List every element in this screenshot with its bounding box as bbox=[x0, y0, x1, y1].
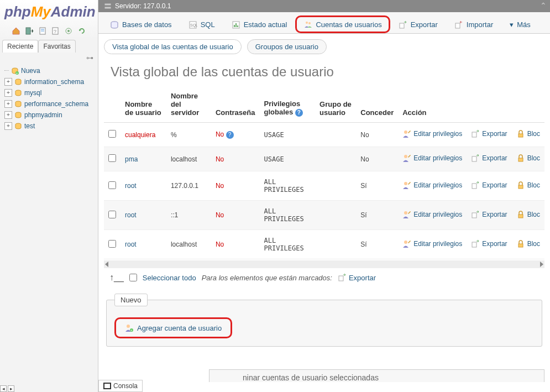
subtab-groups[interactable]: Groupos de usuario bbox=[247, 39, 327, 54]
export-user-link[interactable]: Exportar bbox=[471, 154, 507, 163]
lock-user-link[interactable]: Bloc bbox=[516, 210, 540, 219]
group-cell bbox=[315, 147, 356, 171]
row-checkbox[interactable] bbox=[108, 181, 116, 189]
user-link[interactable]: pma bbox=[125, 155, 138, 163]
help-icon[interactable]: ? bbox=[226, 131, 234, 139]
new-user-fieldset: Nuevo + Agregar cuenta de usuario bbox=[106, 294, 542, 347]
tree-db[interactable]: + test bbox=[4, 121, 93, 132]
collapse-icon[interactable]: ⌃ bbox=[540, 1, 547, 10]
grant-cell: Sí bbox=[356, 230, 398, 259]
server-bar: Servidor: 127.0.0.1 ⌃ bbox=[98, 0, 550, 12]
settings-icon[interactable] bbox=[64, 27, 73, 35]
console-tab[interactable]: Consola bbox=[98, 380, 143, 392]
export-user-link[interactable]: Exportar bbox=[471, 239, 507, 248]
expand-icon[interactable]: + bbox=[4, 111, 12, 119]
lock-user-link[interactable]: Bloc bbox=[516, 181, 540, 190]
export-icon bbox=[471, 181, 480, 190]
svg-point-38 bbox=[404, 211, 407, 215]
tree-db[interactable]: + performance_schema bbox=[4, 98, 93, 109]
table-row: root::1NoALL PRIVILEGESSíEditar privileg… bbox=[104, 201, 544, 230]
db-icon bbox=[14, 111, 22, 119]
tab-export[interactable]: Exportar bbox=[390, 15, 446, 33]
help-icon[interactable]: ? bbox=[295, 109, 303, 117]
tree-db[interactable]: + mysql bbox=[4, 87, 93, 98]
tab-more[interactable]: ▾ Más bbox=[501, 15, 539, 33]
db-icon bbox=[14, 100, 22, 108]
logout-icon[interactable] bbox=[25, 27, 34, 35]
user-edit-icon bbox=[402, 181, 411, 190]
tree-db[interactable]: + phpmyadmin bbox=[4, 109, 93, 121]
nav-left-icon[interactable]: ◂ bbox=[0, 385, 7, 392]
expand-icon[interactable]: + bbox=[4, 122, 12, 130]
export-user-link[interactable]: Exportar bbox=[471, 129, 507, 138]
user-edit-icon bbox=[402, 210, 411, 219]
subtab-overview[interactable]: Vista global de las cuentas de usuario bbox=[104, 39, 242, 54]
user-edit-icon bbox=[402, 154, 411, 163]
tab-sql[interactable]: SQL SQL bbox=[180, 15, 223, 33]
user-link[interactable]: root bbox=[125, 182, 137, 190]
export-user-link[interactable]: Exportar bbox=[471, 210, 507, 219]
col-group: Grupo de usuario bbox=[315, 86, 356, 123]
lock-icon bbox=[516, 154, 525, 163]
col-priv: Privilegios globales ? bbox=[259, 86, 315, 123]
row-checkbox[interactable] bbox=[108, 240, 116, 248]
docs-icon[interactable] bbox=[38, 27, 47, 35]
reload-icon[interactable] bbox=[77, 27, 86, 35]
nav-right-icon[interactable]: ▸ bbox=[8, 385, 14, 392]
tab-users[interactable]: Cuentas de usuarios bbox=[295, 15, 390, 33]
tree-db[interactable]: + information_schema bbox=[4, 76, 93, 87]
row-checkbox[interactable] bbox=[108, 130, 116, 138]
expand-icon[interactable]: + bbox=[4, 78, 12, 86]
row-checkbox[interactable] bbox=[108, 211, 116, 218]
col-password: Contraseña bbox=[211, 86, 260, 123]
sub-tabs: Vista global de las cuentas de usuario G… bbox=[98, 34, 550, 54]
logo[interactable]: phpMyAdmin bbox=[0, 0, 98, 24]
home-icon[interactable] bbox=[12, 27, 20, 35]
export-user-link[interactable]: Exportar bbox=[471, 181, 507, 190]
row-checkbox[interactable] bbox=[108, 154, 116, 162]
horizontal-scrollbar[interactable] bbox=[104, 260, 544, 268]
export-icon bbox=[399, 20, 407, 29]
expand-icon[interactable]: + bbox=[4, 100, 12, 108]
sql-help-icon[interactable]: ? bbox=[51, 27, 60, 35]
lock-user-link[interactable]: Bloc bbox=[516, 239, 540, 248]
svg-text:+: + bbox=[16, 71, 18, 75]
select-all-checkbox[interactable] bbox=[129, 274, 137, 281]
expand-icon[interactable]: + bbox=[4, 89, 12, 97]
export-icon bbox=[471, 129, 480, 138]
group-cell bbox=[315, 201, 356, 230]
bulk-export[interactable]: Exportar bbox=[338, 273, 376, 282]
edit-privileges-link[interactable]: Editar privilegios bbox=[402, 210, 462, 219]
arrow-up-icon: ↑__ bbox=[109, 273, 124, 283]
table-row: root127.0.0.1NoALL PRIVILEGESSíEditar pr… bbox=[104, 171, 544, 201]
tab-favorites[interactable]: Favoritas bbox=[38, 40, 75, 53]
svg-rect-28 bbox=[455, 23, 460, 28]
user-link[interactable]: root bbox=[125, 211, 137, 219]
user-link[interactable]: root bbox=[125, 241, 137, 248]
edit-privileges-link[interactable]: Editar privilegios bbox=[402, 129, 462, 138]
marked-label: Para los elementos que están marcados: bbox=[202, 274, 332, 282]
edit-privileges-link[interactable]: Editar privilegios bbox=[402, 181, 462, 190]
tab-recent[interactable]: Reciente bbox=[2, 40, 38, 53]
tab-status[interactable]: Estado actual bbox=[223, 15, 296, 33]
edit-privileges-link[interactable]: Editar privilegios bbox=[402, 154, 462, 163]
bottom-nav: ◂ ▸ bbox=[0, 385, 14, 392]
tab-import[interactable]: Importar bbox=[446, 15, 501, 33]
select-all-link[interactable]: Seleccionar todo bbox=[143, 274, 196, 282]
db-icon bbox=[14, 78, 22, 86]
table-row: rootlocalhostNoALL PRIVILEGESSíEditar pr… bbox=[104, 230, 544, 259]
add-user-button[interactable]: + Agregar cuenta de usuario bbox=[114, 317, 232, 338]
server-icon bbox=[104, 2, 112, 10]
console-icon bbox=[103, 383, 111, 389]
edit-privileges-link[interactable]: Editar privilegios bbox=[402, 239, 462, 248]
svg-point-35 bbox=[404, 182, 407, 185]
db-icon bbox=[14, 122, 22, 130]
server-label[interactable]: Servidor: 127.0.0.1 bbox=[115, 2, 171, 10]
user-link[interactable]: cualquiera bbox=[125, 131, 155, 139]
tree-new[interactable]: + Nueva bbox=[4, 65, 93, 76]
link-icon[interactable]: ⊶ bbox=[0, 53, 98, 63]
tab-databases[interactable]: Bases de datos bbox=[102, 15, 180, 33]
lock-icon bbox=[516, 129, 525, 138]
lock-user-link[interactable]: Bloc bbox=[516, 129, 540, 138]
lock-user-link[interactable]: Bloc bbox=[516, 154, 540, 163]
